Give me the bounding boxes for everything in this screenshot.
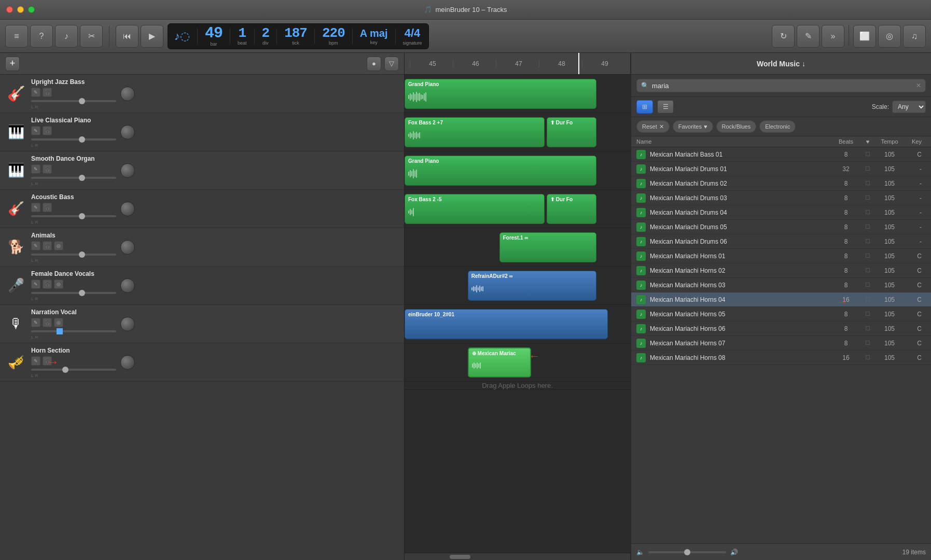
track-headphone-animals[interactable]: 🎧 [43, 241, 52, 250]
track-knob-animals[interactable] [120, 240, 135, 255]
track-edit-live-classical-piano[interactable]: ✎ [31, 126, 40, 135]
clip-grand-piano-2[interactable]: Grand Piano [405, 156, 596, 186]
track-volume-slider-live-classical-piano[interactable] [31, 138, 116, 141]
scissors-button[interactable]: ✂ [80, 25, 103, 48]
track-volume-slider-smooth-dance-organ[interactable] [31, 177, 116, 179]
track-headphone-narration-vocal[interactable]: 🎧 [43, 318, 52, 327]
clip-meinbruder-10-2[interactable]: einBruder 10_2#01 [405, 309, 608, 339]
track-edit-horn-section[interactable]: ✎ [31, 356, 40, 366]
expand-button[interactable]: » [822, 25, 844, 48]
help-button[interactable]: ? [30, 25, 53, 48]
track-knob-narration-vocal[interactable] [120, 317, 135, 331]
loop-fav[interactable]: ☐ [861, 267, 874, 274]
reset-button[interactable]: Reset ✕ [636, 120, 670, 133]
loop-fav[interactable]: ☐ [861, 311, 874, 317]
loop-fav[interactable]: ☐ [861, 340, 874, 346]
loop-item[interactable]: ♪ Mexican Mariachi Horns 03 8 ☐ 105 C [631, 278, 931, 292]
clip-dur-fo-row3[interactable]: ⬆ Dur Fo [547, 194, 596, 224]
loop-item[interactable]: ♪ Mexican Mariachi Horns 05 8 ☐ 105 C [631, 307, 931, 321]
search-clear-icon[interactable]: ✕ [916, 82, 921, 89]
loop-item[interactable]: ♪ Mexican Mariachi Horns 08 16 ☐ 105 C [631, 351, 931, 365]
add-track-button[interactable]: + [5, 57, 20, 71]
electronic-button[interactable]: Electronic [759, 120, 796, 133]
scale-select[interactable]: Any Major Minor [892, 101, 926, 113]
loop-item[interactable]: ♪ Mexican Mariachi Drums 04 8 ☐ 105 - [631, 205, 931, 220]
loop-item[interactable]: ♪ Mexican Mariachi Horns 07 8 ☐ 105 C [631, 336, 931, 351]
track-volume-slider-narration-vocal[interactable] [31, 330, 116, 332]
loop-fav[interactable]: ☐ [861, 253, 874, 259]
clip-fox-bass-2-row3[interactable]: Fox Bass 2 -5 [405, 194, 545, 224]
filter-icon[interactable]: ● [367, 57, 381, 71]
close-button[interactable] [6, 6, 13, 13]
clip-dur-fo-row1[interactable]: ⬆ Dur Fo [547, 117, 596, 147]
share-button[interactable]: ♫ [903, 25, 926, 48]
loop-fav[interactable]: ☐ [861, 165, 874, 172]
clip-mexican-mariac[interactable]: ⊕ Mexican Mariac [468, 347, 531, 377]
loop-fav[interactable]: ☐ [861, 325, 874, 332]
rock-blues-button[interactable]: Rock/Blues [716, 120, 757, 133]
track-knob-acoustic-bass[interactable] [120, 202, 135, 216]
loop-item[interactable]: ♪ Mexican Mariachi Drums 03 8 ☐ 105 - [631, 191, 931, 205]
loop-item[interactable]: ♪ Mexican Mariachi Drums 01 32 ☐ 105 - [631, 162, 931, 176]
track-edit-animals[interactable]: ✎ [31, 241, 40, 250]
track-headphone-horn-section[interactable]: 🎧 [43, 356, 52, 366]
track-extra-animals[interactable]: ◎ [54, 241, 63, 250]
record-button[interactable]: ⬜ [853, 25, 876, 48]
loop-item[interactable]: ♪ Mexican Mariachi Drums 02 8 ☐ 105 - [631, 176, 931, 191]
loop-fav[interactable]: ☐ [861, 282, 874, 288]
loop-fav[interactable]: ☐ [861, 238, 874, 245]
timeline-scrollbar[interactable] [405, 553, 630, 560]
track-edit-female-dance-vocals[interactable]: ✎ [31, 279, 40, 289]
loop-fav[interactable]: ☐ [861, 151, 874, 158]
pencil-button[interactable]: ✎ [797, 25, 819, 48]
grid-view-button[interactable]: ⊞ [636, 100, 653, 114]
loop-item[interactable]: ♪ Mexican Mariachi Bass 01 8 ☐ 105 C [631, 147, 931, 162]
track-record-narration-vocal[interactable]: ◎ [54, 318, 63, 327]
clip-refrain-adur2[interactable]: RefrainADur#2 ∞ [468, 271, 596, 301]
search-bar[interactable]: 🔍 ✕ [636, 79, 926, 92]
play-button[interactable]: ▶ [141, 25, 163, 48]
loop-item[interactable]: ♪ Mexican Mariachi Horns 04 16 ☐ 105 C [631, 292, 931, 307]
clip-forest-1[interactable]: Forest.1 ∞ [499, 232, 596, 262]
track-edit-upright-jazz-bass[interactable]: ✎ [31, 88, 40, 97]
loops-button[interactable]: ♪ [55, 25, 78, 48]
loop-fav[interactable]: ☐ [861, 296, 874, 303]
clip-fox-bass-2-row1[interactable]: Fox Bass 2 +7 [405, 117, 545, 147]
track-edit-smooth-dance-organ[interactable]: ✎ [31, 164, 40, 174]
loop-fav[interactable]: ☐ [861, 223, 874, 230]
track-volume-slider-upright-jazz-bass[interactable] [31, 100, 116, 102]
track-headphone-live-classical-piano[interactable]: 🎧 [43, 126, 52, 135]
track-volume-slider-female-dance-vocals[interactable] [31, 292, 116, 294]
minimize-button[interactable] [17, 6, 24, 13]
loop-item[interactable]: ♪ Mexican Mariachi Drums 06 8 ☐ 105 - [631, 234, 931, 249]
track-headphone-acoustic-bass[interactable]: 🎧 [43, 203, 52, 212]
loop-button[interactable]: ↻ [772, 25, 795, 48]
library-button[interactable]: ≡ [5, 25, 28, 48]
loop-item[interactable]: ♪ Mexican Mariachi Horns 02 8 ☐ 105 C [631, 263, 931, 278]
track-knob-live-classical-piano[interactable] [120, 125, 135, 139]
loop-item[interactable]: ♪ Mexican Mariachi Drums 05 8 ☐ 105 - [631, 220, 931, 234]
track-volume-slider-animals[interactable] [31, 254, 116, 256]
fullscreen-button[interactable] [28, 6, 35, 13]
track-volume-slider-acoustic-bass[interactable] [31, 215, 116, 217]
loop-fav[interactable]: ☐ [861, 180, 874, 187]
tracks-filter-button[interactable]: ▽ [384, 57, 399, 71]
scrollbar-thumb[interactable] [450, 555, 470, 559]
track-knob-horn-section[interactable] [120, 355, 135, 370]
track-edit-acoustic-bass[interactable]: ✎ [31, 203, 40, 212]
rewind-button[interactable]: ⏮ [116, 25, 138, 48]
track-edit-narration-vocal[interactable]: ✎ [31, 318, 40, 327]
loop-item[interactable]: ♪ Mexican Mariachi Horns 01 8 ☐ 105 C [631, 249, 931, 263]
volume-slider[interactable] [648, 551, 726, 553]
track-knob-female-dance-vocals[interactable] [120, 278, 135, 293]
list-view-button[interactable]: ☰ [657, 100, 674, 114]
track-headphone-female-dance-vocals[interactable]: 🎧 [43, 279, 52, 289]
track-headphone-smooth-dance-organ[interactable]: 🎧 [43, 164, 52, 174]
track-record-female-dance-vocals[interactable]: ◎ [54, 279, 63, 289]
track-knob-smooth-dance-organ[interactable] [120, 163, 135, 178]
track-volume-slider-horn-section[interactable] [31, 369, 116, 371]
loop-fav[interactable]: ☐ [861, 194, 874, 201]
loop-fav[interactable]: ☐ [861, 354, 874, 361]
monitor-button[interactable]: ◎ [878, 25, 901, 48]
search-input[interactable] [652, 82, 913, 90]
